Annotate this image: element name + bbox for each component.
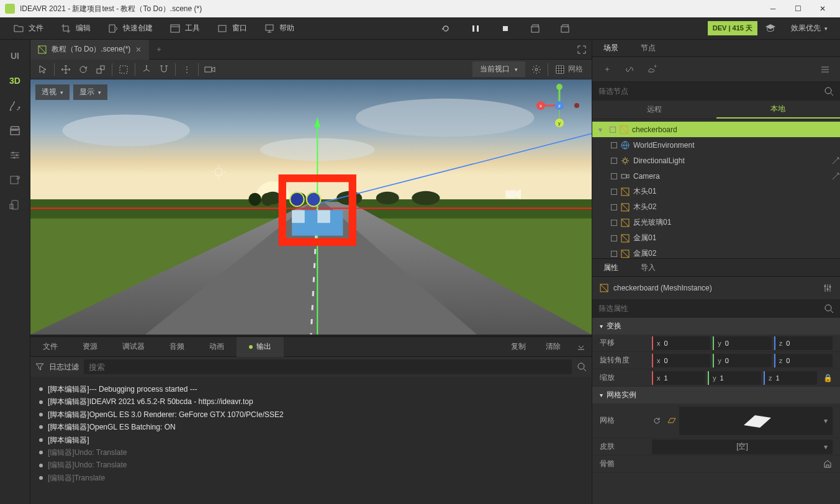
revert-icon[interactable] bbox=[652, 416, 662, 426]
display-toggle[interactable]: 显示▾ bbox=[73, 84, 107, 100]
menu-window[interactable]: 窗口 bbox=[209, 17, 256, 40]
visibility-toggle[interactable] bbox=[611, 235, 617, 241]
tree-node[interactable]: 木头02 bbox=[592, 199, 840, 215]
rail-curve-icon[interactable] bbox=[0, 93, 30, 118]
node-filter-input[interactable] bbox=[598, 87, 824, 96]
scale-z[interactable]: z bbox=[764, 371, 817, 385]
tree-node[interactable]: 金属02 bbox=[592, 246, 840, 258]
bottom-tab-audio[interactable]: 音频 bbox=[157, 337, 197, 357]
snap-tool[interactable] bbox=[155, 61, 173, 78]
attach-script-icon[interactable]: + bbox=[643, 61, 661, 78]
property-filter-input[interactable] bbox=[598, 304, 824, 313]
clapperboard-icon[interactable] bbox=[525, 19, 545, 38]
translate-y[interactable]: y bbox=[713, 336, 771, 350]
subtab-remote[interactable]: 远程 bbox=[592, 101, 716, 119]
tree-node[interactable]: 反光玻璃01 bbox=[592, 215, 840, 230]
maximize-button[interactable]: ☐ bbox=[785, 0, 810, 17]
new-tab-button[interactable]: ＋ bbox=[149, 44, 169, 55]
select-tool[interactable] bbox=[34, 61, 52, 78]
scale-x[interactable]: x bbox=[652, 371, 705, 385]
visibility-toggle[interactable] bbox=[611, 189, 617, 195]
menu-quick-create[interactable]: 快速创建 bbox=[99, 17, 161, 40]
bottom-tab-anim[interactable]: 动画 bbox=[197, 337, 237, 357]
perspective-toggle[interactable]: 透视▾ bbox=[35, 84, 70, 100]
menu-file[interactable]: 文件 bbox=[5, 17, 52, 40]
fullscreen-icon[interactable] bbox=[572, 45, 592, 55]
tab-properties[interactable]: 属性 bbox=[592, 258, 630, 277]
lock-icon[interactable]: 🔒 bbox=[823, 374, 833, 382]
rotate-y[interactable]: y bbox=[713, 354, 771, 367]
tree-node[interactable]: 木头01 bbox=[592, 184, 840, 199]
menu-tools[interactable]: 工具 bbox=[161, 17, 209, 40]
viewport-3d[interactable]: 透视▾ 显示▾ x y z bbox=[30, 79, 592, 336]
gear-icon[interactable] bbox=[528, 61, 545, 78]
bottom-tab-resource[interactable]: 资源 bbox=[70, 337, 110, 357]
sliders-icon[interactable] bbox=[823, 283, 833, 293]
subtab-local[interactable]: 本地 bbox=[716, 101, 841, 119]
visibility-toggle[interactable] bbox=[611, 158, 617, 164]
rail-export-icon[interactable] bbox=[0, 168, 30, 192]
undo-button[interactable] bbox=[436, 19, 456, 38]
graduation-icon[interactable] bbox=[757, 23, 784, 34]
visibility-toggle[interactable] bbox=[611, 204, 617, 210]
link-icon[interactable] bbox=[621, 61, 638, 78]
search-icon[interactable] bbox=[824, 304, 834, 313]
bottom-tab-debugger[interactable]: 调试器 bbox=[110, 337, 157, 357]
stop-button[interactable] bbox=[495, 19, 515, 38]
scale-tool[interactable] bbox=[92, 61, 109, 78]
bottom-tab-file[interactable]: 文件 bbox=[30, 337, 70, 357]
rotate-x[interactable]: x bbox=[652, 354, 710, 367]
rotate-tool[interactable] bbox=[75, 61, 92, 78]
search-icon[interactable] bbox=[824, 86, 834, 96]
rail-store-icon[interactable] bbox=[0, 118, 30, 143]
visibility-toggle[interactable] bbox=[611, 173, 617, 179]
pause-button[interactable] bbox=[466, 19, 485, 38]
rail-ui[interactable]: UI bbox=[0, 43, 30, 68]
menu-effects[interactable]: 效果优先▾ bbox=[784, 23, 835, 34]
tree-node[interactable]: Camera bbox=[592, 168, 840, 184]
axis-gizmo[interactable]: x y z bbox=[535, 83, 584, 133]
grid-toggle[interactable]: 网格 bbox=[551, 61, 588, 78]
move-tool[interactable] bbox=[57, 61, 75, 78]
rail-3d[interactable]: 3D bbox=[0, 68, 30, 93]
tab-import[interactable]: 导入 bbox=[630, 258, 667, 277]
tree-node[interactable]: ▾checkerboard bbox=[592, 122, 840, 137]
tab-scene[interactable]: 场景 bbox=[592, 40, 630, 57]
collapse-icon[interactable] bbox=[571, 337, 592, 357]
viewport-select[interactable]: 当前视口▾ bbox=[472, 61, 525, 77]
visibility-toggle[interactable] bbox=[610, 127, 616, 133]
bottom-tab-output[interactable]: 输出 bbox=[237, 337, 284, 357]
add-node-button[interactable]: ＋ bbox=[598, 61, 616, 78]
copy-button[interactable]: 复制 bbox=[501, 337, 536, 357]
translate-z[interactable]: z bbox=[774, 336, 833, 350]
menu-icon[interactable] bbox=[816, 61, 834, 78]
scale-y[interactable]: y bbox=[708, 371, 761, 385]
local-space-tool[interactable] bbox=[138, 61, 155, 78]
rail-settings-icon[interactable] bbox=[0, 143, 30, 168]
section-mesh-instance[interactable]: 网格实例 bbox=[592, 387, 840, 403]
tree-node[interactable]: WorldEnvironment bbox=[592, 137, 840, 153]
rotate-z[interactable]: z bbox=[774, 354, 833, 367]
search-icon[interactable] bbox=[577, 362, 587, 372]
bounds-tool[interactable] bbox=[115, 61, 132, 78]
clear-button[interactable]: 清除 bbox=[536, 337, 571, 357]
close-button[interactable]: ✕ bbox=[810, 0, 835, 17]
overflow-icon[interactable]: ⋮ bbox=[178, 61, 196, 78]
scene-play-icon[interactable] bbox=[555, 19, 575, 38]
visibility-toggle[interactable] bbox=[611, 142, 617, 148]
assign-icon[interactable] bbox=[823, 459, 833, 469]
menu-help[interactable]: 帮助 bbox=[256, 17, 303, 40]
mesh-preview[interactable]: ▾ bbox=[679, 407, 833, 435]
camera-tool[interactable] bbox=[201, 61, 219, 78]
visibility-toggle[interactable] bbox=[611, 251, 617, 257]
tree-node[interactable]: 金属01 bbox=[592, 230, 840, 246]
close-icon[interactable]: ✕ bbox=[135, 45, 142, 54]
menu-edit[interactable]: 编辑 bbox=[52, 17, 99, 40]
visibility-toggle[interactable] bbox=[611, 220, 617, 226]
rail-device-icon[interactable] bbox=[0, 192, 30, 217]
translate-x[interactable]: x bbox=[652, 336, 710, 350]
section-transform[interactable]: 变换 bbox=[592, 318, 840, 335]
tab-node[interactable]: 节点 bbox=[630, 40, 667, 57]
log-search-input[interactable] bbox=[84, 359, 572, 374]
scene-tab[interactable]: 教程（To Do）.scene(*) ✕ bbox=[30, 40, 149, 60]
